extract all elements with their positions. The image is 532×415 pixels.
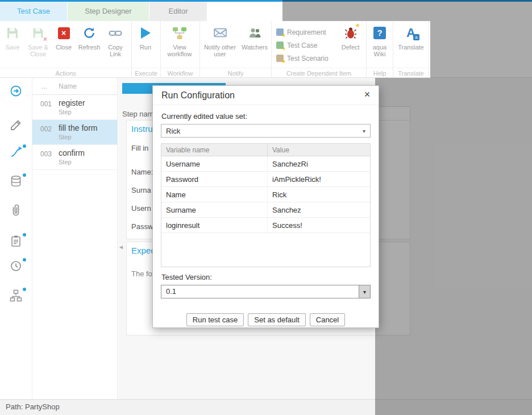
steps-column-name: Name (59, 82, 77, 90)
aqua-wiki-button[interactable]: ? aqua Wiki (367, 24, 393, 57)
sidebar-item-dependencies[interactable] (9, 289, 24, 304)
run-test-case-button[interactable]: Run test case (186, 313, 244, 326)
save-label: Save (5, 44, 19, 51)
set-as-default-button[interactable]: Set as default (248, 313, 306, 326)
variable-row[interactable]: Password iAmPickleRick! (161, 172, 370, 187)
create-defect-button[interactable]: ★ Defect (335, 24, 366, 51)
sidebar-item-attachments[interactable] (9, 204, 24, 218)
tested-version-combobox[interactable]: 0.1 ▾ (161, 285, 371, 298)
run-label: Run (140, 44, 151, 51)
close-icon: × (58, 24, 70, 42)
history-clock-icon (9, 259, 23, 273)
steps-list: ... Name 001 register Step 002 fill the … (32, 78, 118, 399)
ribbon-group-create-dependent: ★ Requirement ★ Test Case ★ Test Scenari… (272, 21, 367, 78)
ribbon-group-actions: Save × Save & Close × Close Refresh (0, 21, 132, 78)
ribbon-group-label-workflow: Workflow (161, 70, 200, 77)
copy-link-button[interactable]: Copy Link (102, 24, 128, 57)
test-case-icon: ★ (276, 42, 284, 49)
tab-test-case[interactable]: Test Case (0, 2, 67, 21)
wiki-help-icon: ? (373, 24, 386, 42)
notification-dot (23, 144, 26, 148)
save-button[interactable]: Save (0, 24, 25, 51)
sidebar-item-edit[interactable] (9, 118, 24, 133)
steps-list-header: ... Name (32, 78, 117, 95)
run-button[interactable]: Run (132, 24, 159, 51)
save-close-button[interactable]: × Save & Close (25, 24, 51, 57)
tab-step-designer[interactable]: Step Designer (68, 2, 149, 21)
dialog-title: Run Configuration (161, 90, 235, 101)
translate-icon: Aa (404, 24, 418, 42)
modal-backdrop (282, 0, 532, 21)
create-test-case-button[interactable]: ★ Test Case (272, 39, 335, 52)
ribbon-group-label-translate: Translate (393, 70, 429, 77)
paperclip-icon (9, 204, 23, 217)
watchers-button[interactable]: Watchers (240, 24, 269, 51)
sidebar-item-history[interactable] (9, 259, 24, 274)
step-name-label: Step nam (122, 110, 154, 118)
watchers-label: Watchers (242, 44, 268, 51)
ribbon-group-label-notify: Notify (200, 70, 271, 77)
value-set-dropdown[interactable]: Rick ▾ (161, 124, 371, 138)
create-test-scenario-label: Test Scenario (287, 55, 329, 63)
ribbon-group-workflow: View workflow Workflow (161, 21, 200, 78)
create-test-case-label: Test Case (287, 42, 317, 49)
watchers-icon (248, 24, 262, 42)
translate-button[interactable]: Aa Translate (393, 24, 429, 51)
notify-other-user-button[interactable]: Notify other user (200, 24, 240, 57)
variable-row[interactable]: Surname Sanchez (161, 202, 370, 218)
steps-route-icon (9, 146, 23, 159)
collapse-panel-icon[interactable]: ◄ (118, 244, 124, 250)
sidebar (0, 78, 32, 399)
cancel-button[interactable]: Cancel (310, 313, 345, 326)
notification-dot (23, 233, 26, 236)
value-column: Value (267, 144, 370, 156)
copy-link-icon (108, 24, 123, 42)
ribbon-group-label-actions: Actions (0, 70, 131, 77)
tested-version-label: Tested Version: (161, 273, 371, 281)
sidebar-item-navigate[interactable] (9, 84, 24, 99)
close-icon[interactable]: × (361, 89, 373, 101)
save-close-icon: × (32, 24, 44, 42)
variables-table-header: Variable name Value (161, 144, 370, 156)
variable-name-column: Variable name (161, 146, 267, 154)
step-row-register[interactable]: 001 register Step (32, 95, 117, 120)
save-close-label: Save & Close (25, 44, 51, 57)
aqua-wiki-label: aqua Wiki (367, 44, 393, 57)
variable-row[interactable]: loginresult Success! (161, 218, 370, 233)
defect-bug-icon: ★ (344, 24, 357, 42)
sidebar-item-steps[interactable] (9, 146, 24, 160)
notify-other-user-label: Notify other user (200, 44, 240, 57)
translate-label: Translate (398, 44, 423, 51)
refresh-button[interactable]: Refresh (76, 24, 102, 51)
pencil-icon (9, 118, 23, 132)
tested-version-value: 0.1 (161, 285, 359, 298)
ribbon-group-label-create-dependent: Create Dependent Item (272, 70, 366, 77)
variable-row[interactable]: Name Rick (161, 187, 370, 202)
test-scenario-icon: ★ (276, 55, 284, 62)
tab-editor[interactable]: Editor (149, 2, 207, 21)
view-workflow-icon (172, 24, 187, 42)
create-requirement-label: Requirement (287, 28, 326, 36)
view-workflow-button[interactable]: View workflow (161, 24, 198, 57)
copy-link-label: Copy Link (102, 44, 128, 57)
ribbon-group-help: ? aqua Wiki Help (367, 21, 393, 78)
circle-arrow-icon (9, 84, 23, 98)
ribbon-group-execute: Run Execute (132, 21, 161, 78)
combo-dropdown-button[interactable]: ▾ (359, 285, 370, 298)
value-set-label: Currently edited value set: (161, 112, 371, 121)
refresh-label: Refresh (78, 44, 101, 51)
ribbon-group-label-help: Help (367, 70, 393, 77)
step-row-confirm[interactable]: 003 confirm Step (32, 145, 117, 170)
expected-results-heading: Expec (131, 246, 155, 255)
create-test-scenario-button[interactable]: ★ Test Scenario (272, 52, 335, 65)
value-set-selected: Rick (166, 127, 180, 135)
ribbon-group-label-execute: Execute (132, 70, 160, 77)
close-button[interactable]: × Close (51, 24, 76, 51)
notification-dot (23, 288, 26, 291)
create-requirement-button[interactable]: ★ Requirement (272, 26, 335, 39)
modal-backdrop (375, 78, 532, 415)
sidebar-item-tasks[interactable] (9, 234, 24, 249)
variable-row[interactable]: Username SanchezRi (161, 156, 370, 172)
sidebar-item-data[interactable] (9, 175, 24, 189)
step-row-fill-the-form[interactable]: 002 fill the form Step (32, 120, 117, 145)
